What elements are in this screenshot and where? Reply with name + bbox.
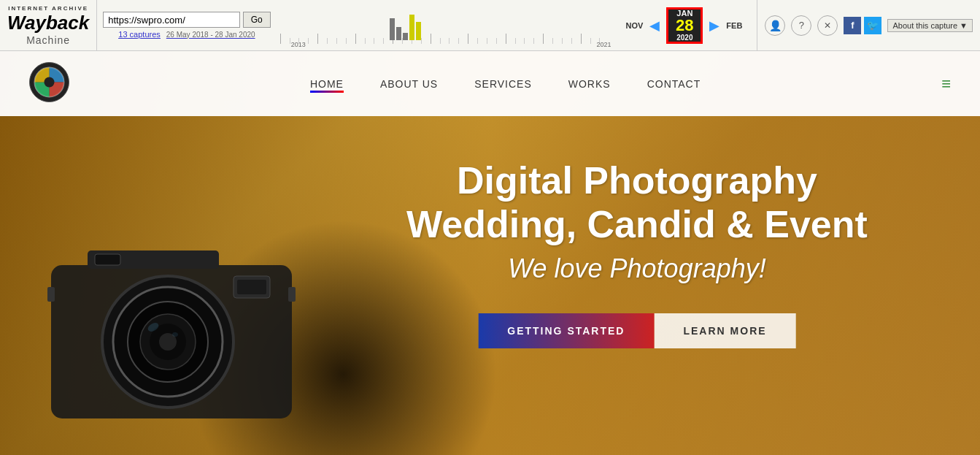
getting-started-button[interactable]: GETTING STARTED (478, 313, 654, 348)
hero-buttons: GETTING STARTED LEARN MORE (392, 313, 881, 348)
site-logo-area (29, 62, 69, 105)
current-day: 28 (676, 18, 693, 34)
hamburger-menu[interactable]: ≡ (941, 74, 951, 93)
wayback-toolbar: INTERNET ARCHIVE Wayback Machine Go 13 c… (0, 0, 980, 51)
year-labels: 2013 2021 (284, 41, 611, 48)
twitter-icon[interactable]: 🐦 (864, 17, 881, 34)
prev-month-label: NOV (626, 21, 644, 30)
wayback-logo-area: INTERNET ARCHIVE Wayback Machine (0, 0, 97, 50)
svg-rect-11 (237, 280, 266, 294)
site-navbar: HOME ABOUT US SERVICES WORKS CONTACT ≡ (0, 51, 980, 116)
about-capture-button[interactable]: About this capture ▼ (887, 19, 973, 32)
svg-rect-13 (47, 287, 55, 302)
wayback-search-area: Go 13 captures 26 May 2018 - 28 Jan 2020 (97, 0, 276, 50)
about-capture-arrow: ▼ (960, 21, 968, 30)
timeline-area: 2013 2021 (277, 0, 611, 50)
year-2013-label: 2013 (291, 41, 306, 48)
captures-date-range: 26 May 2018 - 28 Jan 2020 (166, 31, 255, 39)
timeline-ticks (277, 4, 611, 44)
current-year: 2020 (676, 34, 692, 42)
website-content: HOME ABOUT US SERVICES WORKS CONTACT ≡ D… (0, 51, 980, 455)
hero-title: Digital Photography Wedding, Candid & Ev… (392, 158, 881, 246)
svg-point-17 (45, 77, 55, 88)
user-icon[interactable]: 👤 (765, 15, 785, 36)
hero-content: Digital Photography Wedding, Candid & Ev… (392, 158, 881, 348)
help-icon[interactable]: ? (791, 15, 811, 36)
hero-subtitle: We love Photography! (392, 253, 881, 284)
svg-rect-14 (288, 287, 296, 302)
close-icon[interactable]: ✕ (817, 15, 838, 36)
next-month-button[interactable]: ▶ (706, 18, 723, 34)
hero-title-rest: Wedding, Candid & Event (406, 203, 868, 245)
facebook-icon[interactable]: f (844, 17, 861, 34)
wayback-logo-wayback: Wayback (7, 12, 89, 34)
wayback-logo-machine: Machine (26, 34, 70, 46)
nav-services[interactable]: SERVICES (474, 78, 532, 90)
go-button[interactable]: Go (243, 12, 271, 28)
hero-title-regular: Digital (457, 159, 583, 202)
nav-contact[interactable]: CONTACT (647, 78, 701, 90)
prev-month-button[interactable]: ◀ (646, 18, 663, 34)
svg-rect-12 (95, 254, 120, 265)
next-month-label: FEB (726, 21, 742, 30)
site-nav: HOME ABOUT US SERVICES WORKS CONTACT (310, 78, 701, 90)
url-input[interactable] (103, 12, 239, 28)
camera-illustration (29, 207, 336, 440)
nav-works[interactable]: WORKS (568, 78, 611, 90)
toolbar-right-icons: 👤 ? ✕ f 🐦 About this capture ▼ (757, 0, 980, 50)
learn-more-button[interactable]: LEARN MORE (654, 313, 795, 348)
internet-archive-label: INTERNET ARCHIVE (8, 5, 88, 12)
months-navigation: NOV ◀ JAN 28 2020 ▶ FEB (611, 0, 757, 50)
about-capture-label: About this capture (892, 21, 957, 30)
current-date-box[interactable]: JAN 28 2020 (666, 7, 703, 44)
hero-title-bold: Photography (583, 159, 817, 202)
year-2021-label: 2021 (596, 41, 611, 48)
nav-home[interactable]: HOME (310, 78, 344, 90)
social-icons: f 🐦 (844, 17, 881, 34)
nav-about[interactable]: ABOUT US (380, 78, 438, 90)
captures-link[interactable]: 13 captures (118, 30, 160, 39)
bar-chart (390, 7, 421, 40)
